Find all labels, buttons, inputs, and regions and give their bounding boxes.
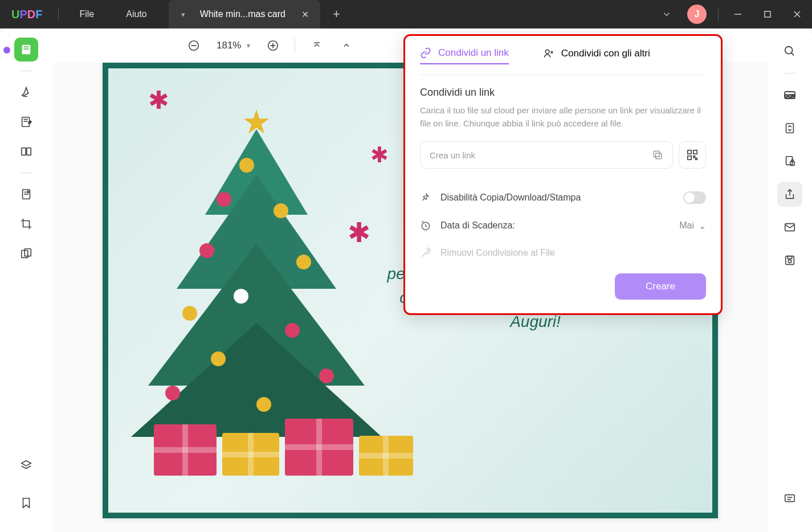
svg-rect-48 [696, 158, 697, 160]
pages-tool-button[interactable] [14, 140, 38, 163]
option-expiry: Data di Scadenza: Mai⌄ [420, 212, 706, 239]
option-label: Rimuovi Condivisione al File [440, 248, 555, 258]
create-link-input[interactable]: Crea un link [420, 141, 673, 169]
convert-button[interactable] [777, 116, 802, 141]
people-icon [543, 48, 554, 59]
gift-box [222, 433, 279, 476]
left-rail-bottom [14, 453, 38, 521]
toggle-disable-copy[interactable] [683, 191, 706, 204]
protect-button[interactable] [777, 149, 802, 174]
titlebar: UPDF File Aiuto ▾ White min...mas card ✕… [0, 0, 812, 28]
search-button[interactable] [777, 39, 802, 64]
separator [20, 173, 32, 173]
svg-rect-47 [693, 156, 695, 158]
right-sidebar: OCR [768, 28, 812, 532]
zoom-in-button[interactable] [263, 35, 283, 56]
tab-share-link[interactable]: Condividi un link [420, 47, 509, 64]
chevron-down-icon: ⌄ [699, 220, 706, 231]
prev-page-button[interactable] [336, 35, 357, 56]
crop-tool-button[interactable] [14, 212, 38, 236]
copy-icon[interactable] [652, 149, 663, 161]
ocr-button[interactable]: OCR [777, 83, 802, 108]
share-link-row: Crea un link [420, 141, 706, 169]
svg-rect-44 [688, 150, 691, 154]
svg-rect-38 [785, 495, 795, 502]
share-tabs: Condividi un link Condividi con gli altr… [420, 47, 706, 75]
tab-name: White min...mas card [195, 9, 285, 19]
tree-body [125, 129, 387, 425]
user-avatar[interactable]: J [687, 5, 707, 24]
maximize-button[interactable] [753, 0, 782, 28]
select-value: Mai [679, 220, 694, 231]
option-label: Data di Scadenza: [440, 220, 515, 231]
svg-rect-11 [22, 148, 26, 155]
separator [295, 38, 295, 53]
create-button[interactable]: Creare [615, 273, 706, 300]
zoom-value: 181% [217, 40, 241, 51]
share-panel: Condividi un link Condividi con gli altr… [403, 34, 723, 315]
share-section-title: Condividi un link [420, 87, 706, 99]
layers-button[interactable] [14, 453, 38, 477]
svg-rect-16 [27, 191, 29, 193]
email-button[interactable] [777, 215, 802, 240]
option-remove-share: Rimuovi Condivisione al File [420, 239, 706, 267]
menu-file[interactable]: File [63, 0, 110, 28]
dock-indicator [3, 47, 10, 54]
svg-point-26 [785, 47, 793, 54]
separator [20, 71, 32, 71]
link-icon [420, 47, 431, 59]
svg-point-41 [545, 50, 549, 54]
svg-marker-19 [22, 461, 31, 466]
tab-label: Condividi un link [438, 47, 509, 59]
document-tab[interactable]: ▾ White min...mas card ✕ [169, 0, 320, 28]
svg-rect-37 [787, 256, 791, 259]
separator [784, 73, 796, 73]
minimize-button[interactable] [723, 0, 753, 28]
separator [58, 7, 59, 21]
comments-button[interactable] [777, 486, 802, 511]
tab-label: Condividi con gli altri [561, 48, 650, 59]
tab-share-others[interactable]: Condividi con gli altri [543, 47, 650, 64]
titlebar-right: J [653, 0, 812, 28]
close-icon[interactable]: ✕ [296, 7, 315, 22]
zoom-out-button[interactable] [183, 35, 204, 56]
svg-rect-42 [656, 153, 662, 159]
bookmark-button[interactable] [14, 491, 38, 515]
svg-rect-43 [654, 151, 659, 157]
expiry-select[interactable]: Mai⌄ [679, 220, 706, 231]
tab-dropdown-icon[interactable]: ▾ [181, 10, 185, 19]
compare-tool-button[interactable] [14, 242, 38, 265]
zoom-dropdown[interactable]: 181%▾ [213, 40, 254, 51]
menu-help[interactable]: Aiuto [110, 0, 162, 28]
chevron-down-icon[interactable] [653, 0, 680, 28]
svg-rect-12 [27, 148, 31, 155]
reader-mode-button[interactable] [14, 38, 38, 62]
gift-box [359, 436, 413, 476]
close-button[interactable] [782, 0, 812, 28]
clock-icon [420, 220, 431, 231]
share-description: Carica il tuo file sul cloud per inviare… [420, 104, 706, 130]
separator [718, 7, 719, 21]
pin-icon [420, 192, 431, 203]
qr-code-button[interactable] [679, 141, 706, 169]
share-button[interactable] [777, 182, 802, 207]
svg-rect-8 [22, 117, 30, 127]
svg-text:OCR: OCR [785, 93, 795, 99]
first-page-button[interactable] [307, 35, 327, 56]
qr-icon [686, 149, 699, 161]
svg-point-36 [788, 260, 791, 263]
add-tab-button[interactable]: + [320, 7, 353, 22]
chevron-down-icon: ▾ [247, 42, 250, 50]
svg-rect-6 [23, 48, 28, 50]
highlight-tool-button[interactable] [14, 80, 38, 104]
unlink-icon [420, 247, 431, 259]
edit-tool-button[interactable] [14, 110, 38, 134]
form-tool-button[interactable] [14, 182, 38, 206]
svg-rect-1 [765, 11, 770, 17]
save-button[interactable] [777, 248, 802, 273]
gift-box [154, 424, 217, 476]
christmas-tree-illustration: ★ [125, 111, 387, 476]
right-rail-bottom [777, 486, 802, 519]
svg-rect-30 [786, 124, 794, 133]
svg-rect-46 [688, 156, 691, 159]
